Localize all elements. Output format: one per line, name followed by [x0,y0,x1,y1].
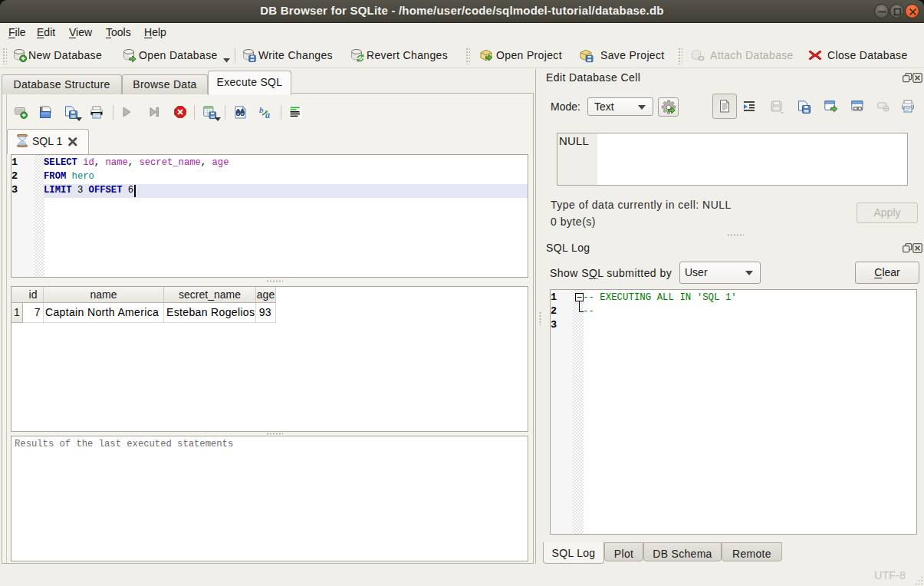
svg-text:b: b [259,105,264,114]
